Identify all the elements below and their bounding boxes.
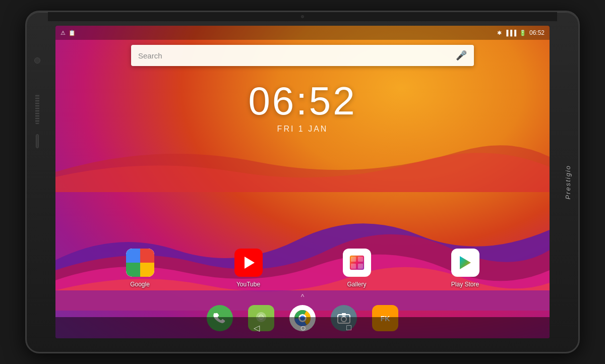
mic-icon[interactable]: 🎤 xyxy=(456,50,467,61)
right-side: Prestigio xyxy=(557,12,578,352)
status-left: ⚠ 📋 xyxy=(60,30,76,36)
speaker xyxy=(35,94,39,124)
svg-rect-4 xyxy=(358,257,363,262)
svg-rect-5 xyxy=(351,264,356,269)
app-icon-playstore[interactable]: Play Store xyxy=(451,249,479,288)
front-camera xyxy=(34,57,40,64)
playstore-icon xyxy=(451,249,479,277)
search-placeholder: Search xyxy=(138,51,456,60)
svg-rect-18 xyxy=(342,313,346,316)
recents-button[interactable]: □ xyxy=(346,323,351,332)
warning-icon: ⚠ xyxy=(60,30,66,36)
search-bar[interactable]: Search 🎤 xyxy=(131,45,474,66)
top-bezel xyxy=(48,12,557,21)
clock-area: 06:52 FRI 1 JAN xyxy=(248,81,356,134)
nav-bar: ◁ ○ □ xyxy=(55,317,550,338)
brand-label: Prestigio xyxy=(564,165,572,200)
tablet-screen: ⚠ 📋 ✱ ▐▐▐ 🔋 06:52 Search 🎤 06:52 FRI 1 J… xyxy=(55,26,550,338)
bluetooth-icon: ✱ xyxy=(497,30,502,36)
gallery-label: Gallery xyxy=(347,281,366,288)
battery-icon: 🔋 xyxy=(519,30,526,36)
wallpaper xyxy=(55,26,550,338)
home-button[interactable]: ○ xyxy=(300,322,306,334)
app-icon-google[interactable]: Google xyxy=(126,249,154,288)
clock-time: 06:52 xyxy=(248,81,356,120)
youtube-label: YouTube xyxy=(236,281,260,288)
gallery-icon xyxy=(343,249,371,277)
power-button[interactable] xyxy=(36,134,39,148)
app-icon-youtube[interactable]: YouTube xyxy=(234,249,263,288)
tablet-device: Prestigio xyxy=(25,11,580,353)
status-time: 06:52 xyxy=(529,29,544,36)
status-right: ✱ ▐▐▐ 🔋 06:52 xyxy=(497,29,544,36)
screenshot-icon: 📋 xyxy=(69,30,76,36)
google-icon xyxy=(126,249,154,277)
svg-rect-3 xyxy=(351,257,356,262)
status-bar: ⚠ 📋 ✱ ▐▐▐ 🔋 06:52 xyxy=(55,26,550,40)
google-label: Google xyxy=(130,281,150,288)
top-camera xyxy=(301,15,304,18)
left-side xyxy=(27,12,48,352)
playstore-label: Play Store xyxy=(451,281,479,288)
app-icon-gallery[interactable]: Gallery xyxy=(343,249,371,288)
svg-rect-6 xyxy=(358,264,363,269)
app-drawer-indicator[interactable]: ^ xyxy=(301,293,305,301)
clock-date: FRI 1 JAN xyxy=(248,125,356,134)
back-button[interactable]: ◁ xyxy=(254,323,260,333)
signal-icon: ▐▐▐ xyxy=(505,30,516,36)
app-grid: Google YouTube xyxy=(55,249,550,288)
youtube-icon xyxy=(234,249,263,277)
